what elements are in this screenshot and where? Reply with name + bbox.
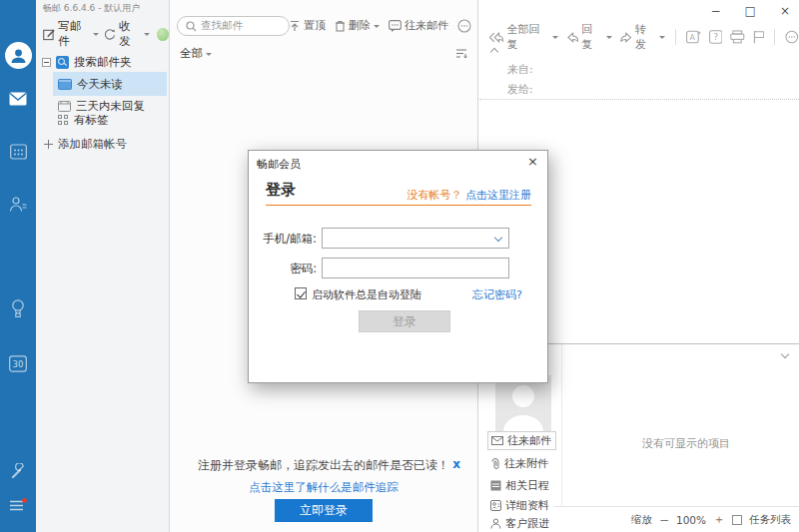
- login-heading: 登录: [266, 181, 296, 200]
- empty-items-text: 没有可显示的项目: [642, 436, 730, 451]
- filter-label: 全部: [180, 46, 203, 61]
- tree-item-tagged[interactable]: 有标签: [36, 110, 170, 130]
- send-receive-icon: [104, 28, 116, 41]
- calendar-nav-button[interactable]: [0, 144, 36, 160]
- task-list-checkbox[interactable]: [732, 515, 742, 525]
- zoom-out-button[interactable]: −: [659, 513, 669, 527]
- reply-button[interactable]: 回复: [566, 22, 612, 52]
- register-link[interactable]: 点击这里注册: [465, 189, 531, 202]
- task-list-label: 任务列表: [749, 513, 791, 527]
- trash-icon: [335, 20, 346, 32]
- help-icon[interactable]: ?: [709, 30, 723, 44]
- forgot-password-link[interactable]: 忘记密码?: [472, 287, 522, 302]
- to-label: 发给:: [507, 82, 533, 97]
- account-avatar[interactable]: [0, 42, 36, 69]
- reply-all-button[interactable]: 全部回复: [488, 22, 558, 52]
- contact-tab-label: 往来附件: [504, 456, 548, 471]
- mail-small-icon: [491, 436, 503, 445]
- forward-label: 转发: [635, 22, 656, 52]
- add-account-label: 添加邮箱帐号: [58, 137, 127, 152]
- no-reply-icon: [58, 101, 71, 112]
- minimize-button[interactable]: −: [711, 4, 721, 18]
- correspondence-label: 往来邮件: [404, 18, 448, 33]
- svg-text:30: 30: [13, 359, 24, 369]
- contact-tab-correspondence-mail[interactable]: 往来邮件: [487, 431, 556, 450]
- tree-item-today-unread[interactable]: 今天未读: [36, 74, 170, 94]
- maximize-button[interactable]: □: [745, 4, 756, 18]
- contact-tab-label: 详细资料: [505, 498, 549, 513]
- forward-button[interactable]: 转发: [620, 22, 666, 52]
- search-input[interactable]: 查找邮件: [177, 16, 290, 36]
- dialog-title: 畅邮会员: [257, 157, 301, 172]
- more-actions-icon[interactable]: [457, 19, 471, 33]
- reply-icon: [566, 32, 578, 43]
- menu-nav-button[interactable]: [0, 497, 36, 514]
- account-combobox[interactable]: [322, 228, 509, 249]
- reply-caret[interactable]: [606, 36, 612, 42]
- details-icon: [490, 500, 501, 511]
- pin-label: 置顶: [304, 18, 326, 33]
- tree-collapse-toggle[interactable]: [42, 58, 51, 67]
- mail-list-toolbar: 置顶 删除 往来邮件: [289, 18, 471, 33]
- app-rail: 30: [0, 0, 36, 532]
- delete-dropdown-caret[interactable]: [374, 25, 380, 31]
- header-divider: [479, 99, 799, 100]
- print-icon[interactable]: [730, 30, 745, 44]
- svg-text:A: A: [690, 33, 696, 42]
- correspondence-button[interactable]: 往来邮件: [389, 18, 448, 33]
- add-account-button[interactable]: 添加邮箱帐号: [36, 134, 170, 154]
- filter-dropdown[interactable]: 全部: [180, 46, 212, 61]
- status-presence-dot[interactable]: [157, 28, 169, 41]
- app-title: 畅邮 6.6.4.6 - 默认用户: [43, 2, 140, 15]
- sort-icon[interactable]: [455, 48, 468, 60]
- contact-tab-label: 客户跟进: [505, 516, 549, 531]
- customer-icon: [490, 518, 501, 529]
- mail-icon: [9, 92, 27, 106]
- delete-label: 删除: [349, 18, 371, 33]
- contact-tab-customer-followup[interactable]: 客户跟进: [490, 514, 549, 532]
- login-submit-button[interactable]: 登录: [359, 310, 450, 332]
- promo-tracking-link[interactable]: 点击这里了解什么是邮件追踪: [170, 480, 477, 495]
- forward-caret[interactable]: [659, 36, 665, 42]
- calendar-30-icon: 30: [9, 355, 27, 372]
- collapse-contact-pane-chevron[interactable]: [781, 350, 789, 358]
- contact-tab-details[interactable]: 详细资料: [490, 496, 549, 515]
- contact-avatar-placeholder: [495, 375, 551, 431]
- promo-close-button[interactable]: x: [452, 457, 460, 471]
- password-field[interactable]: [322, 258, 509, 278]
- heading-underline: [266, 205, 531, 206]
- close-button[interactable]: ×: [780, 4, 790, 18]
- tree-item-search-folders[interactable]: 搜索邮件夹: [36, 52, 170, 72]
- mail-nav-button[interactable]: [0, 92, 36, 106]
- add-contact-icon[interactable]: A: [686, 30, 701, 44]
- account-label: 手机/邮箱:: [249, 232, 317, 247]
- dialog-close-button[interactable]: ×: [527, 154, 538, 169]
- delete-button[interactable]: 删除: [335, 18, 380, 33]
- contacts-icon: [9, 196, 27, 213]
- zoom-label: 缩放: [631, 513, 652, 527]
- search-icon: [186, 21, 197, 32]
- send-receive-button[interactable]: 收发: [104, 19, 149, 49]
- contact-tab-related-schedule[interactable]: 相关日程: [490, 476, 549, 495]
- auto-login-checkbox[interactable]: [295, 287, 307, 299]
- schedule-30-nav-button[interactable]: 30: [0, 355, 36, 372]
- contact-tab-correspondence-attachments[interactable]: 往来附件: [490, 454, 548, 473]
- tree-item-label: 有标签: [74, 113, 109, 128]
- contacts-nav-button[interactable]: [0, 196, 36, 213]
- pin-button[interactable]: 置顶: [289, 18, 326, 33]
- compose-dropdown-caret[interactable]: [93, 33, 99, 39]
- folder-panel-toolbar: 写邮件 收发: [43, 19, 169, 49]
- flag-icon[interactable]: [753, 30, 765, 44]
- promo-login-button[interactable]: 立即登录: [275, 499, 373, 522]
- send-receive-dropdown-caret[interactable]: [144, 33, 150, 39]
- tags-icon: [58, 115, 69, 126]
- assistant-nav-button[interactable]: [0, 299, 36, 318]
- compose-label: 写邮件: [58, 19, 90, 49]
- user-avatar-icon: [5, 42, 32, 69]
- more-options-icon[interactable]: [785, 30, 799, 44]
- zoom-in-button[interactable]: ＋: [713, 511, 725, 528]
- compose-button[interactable]: 写邮件: [43, 19, 99, 49]
- settings-nav-button[interactable]: [0, 463, 36, 481]
- reply-all-caret[interactable]: [552, 36, 558, 42]
- folder-icon: [58, 79, 72, 90]
